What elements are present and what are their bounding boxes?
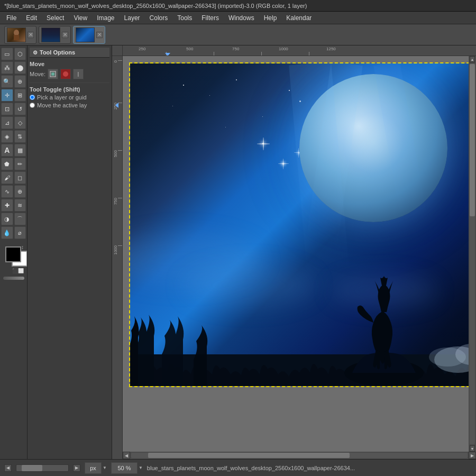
- ruler-h-label-1250: 1250: [326, 47, 336, 51]
- menu-image[interactable]: Image: [93, 13, 118, 23]
- tool-toggle-label: Tool Toggle (Shift): [30, 86, 109, 93]
- menu-layer[interactable]: Layer: [120, 13, 144, 23]
- perspective-tool[interactable]: ◈: [1, 130, 13, 143]
- ruler-v-label-1000: 1000: [113, 245, 118, 255]
- scroll-left-btn[interactable]: ◀: [123, 452, 130, 459]
- menu-file[interactable]: File: [2, 13, 21, 23]
- menu-select[interactable]: Select: [42, 13, 68, 23]
- zoom-text: 50 %: [117, 465, 131, 471]
- ruler-corner: [112, 45, 123, 56]
- menu-windows[interactable]: Windows: [224, 13, 259, 23]
- ruler-vertical: 0 250 500 750 1000: [112, 56, 123, 459]
- crop-tool[interactable]: ⊡: [1, 103, 13, 115]
- star-cross-1: [257, 138, 270, 150]
- pencil-tool[interactable]: ✏: [14, 158, 26, 170]
- menu-tools[interactable]: Tools: [173, 13, 196, 23]
- scale-tool[interactable]: ⊿: [1, 116, 13, 129]
- svg-point-5: [63, 71, 68, 77]
- svg-point-9: [429, 347, 466, 367]
- star-cross-2: [278, 159, 289, 169]
- eraser-tool[interactable]: ◻: [14, 171, 26, 184]
- tool-options-title: Tool Options: [40, 49, 75, 56]
- zoom-value[interactable]: 50 %: [111, 462, 138, 474]
- clone-tool[interactable]: ⊕: [14, 185, 26, 198]
- color-select-tool[interactable]: ⬤: [14, 61, 26, 74]
- canvas-inner[interactable]: ◀ ▶ ▲ ▼: [123, 56, 476, 459]
- v-scroll-track[interactable]: [470, 63, 475, 444]
- flip-tool[interactable]: ⇅: [14, 130, 26, 143]
- warp-tool[interactable]: ⌀: [14, 226, 26, 239]
- v-scrollbar[interactable]: ▲ ▼: [469, 56, 476, 452]
- ruler-h-label-750: 750: [232, 47, 239, 51]
- menu-help[interactable]: Help: [260, 13, 281, 23]
- image-tab-3[interactable]: ✕: [73, 26, 105, 44]
- ruler-horizontal: 250 500 750 1000 1250: [123, 45, 476, 56]
- menu-filters[interactable]: Filters: [197, 13, 223, 23]
- move-channel-btn[interactable]: [60, 69, 71, 79]
- path-tool[interactable]: ⌒: [14, 213, 26, 225]
- unit-dropdown-arrow[interactable]: ▼: [103, 465, 107, 470]
- bucket-tool[interactable]: ⬟: [1, 158, 13, 170]
- foreground-color-swatch[interactable]: [5, 246, 21, 262]
- shear-tool[interactable]: ◇: [14, 116, 26, 129]
- h-scroll-far-left[interactable]: ◀: [4, 464, 12, 472]
- artwork-background: [130, 63, 476, 386]
- scroll-right-btn[interactable]: ▶: [469, 452, 476, 459]
- heal-tool[interactable]: ✚: [1, 199, 13, 212]
- title-bar: *[blue_stars_planets_moon_wolf_wolves_de…: [0, 0, 476, 12]
- text-tool[interactable]: A: [1, 144, 13, 157]
- title-text: *[blue_stars_planets_moon_wolf_wolves_de…: [4, 3, 307, 9]
- zoom-control[interactable]: px ▼: [85, 462, 107, 474]
- smudge-tool[interactable]: ≋: [14, 199, 26, 212]
- zoom-dropdown-arrow[interactable]: ▼: [139, 465, 143, 470]
- pick-layer-radio[interactable]: Pick a layer or guid: [30, 94, 109, 100]
- scroll-up-btn[interactable]: ▲: [470, 56, 475, 62]
- menu-kalendar[interactable]: Kalendar: [282, 13, 316, 23]
- rotate-tool[interactable]: ↺: [14, 103, 26, 115]
- tab-close-1[interactable]: ✕: [28, 32, 34, 38]
- move-tool active[interactable]: ✛: [1, 89, 13, 102]
- h-scroll-track[interactable]: [131, 453, 468, 458]
- toolbox: ▭ ⬡ ⁂ ⬤ 🔍 ⊕ ✛ ⊞ ⊡ ↺ ⊿ ◇ ◈ ⇅ A ▦: [0, 45, 28, 459]
- fuzzy-select-tool[interactable]: ⁂: [1, 61, 13, 74]
- menu-colors[interactable]: Colors: [145, 13, 172, 23]
- tab-close-2[interactable]: ✕: [62, 32, 68, 38]
- pick-layer-label: Pick a layer or guid: [37, 94, 87, 100]
- menu-view[interactable]: View: [69, 13, 91, 23]
- paintbrush-tool[interactable]: 🖌: [1, 171, 13, 184]
- image-tab-2[interactable]: ✕: [39, 26, 71, 44]
- canvas-container: 250 500 750 1000 1250 0 250 500: [112, 45, 476, 459]
- rect-select-tool[interactable]: ▭: [1, 48, 13, 60]
- scroll-down-btn[interactable]: ▼: [470, 445, 475, 452]
- tool-options-header: ⚙ Tool Options: [30, 48, 109, 58]
- airbrush-tool[interactable]: ∿: [1, 185, 13, 198]
- tab-close-3[interactable]: ✕: [96, 32, 103, 38]
- h-scroll-thumb[interactable]: [148, 453, 350, 458]
- reset-colors-icon[interactable]: ⬛⬜: [12, 268, 24, 273]
- color-picker-tool[interactable]: 💧: [1, 226, 13, 239]
- zoom-tool[interactable]: 🔍: [1, 75, 13, 88]
- h-scrollbar[interactable]: ◀ ▶: [123, 452, 476, 459]
- image-tab-1[interactable]: ✕: [4, 26, 36, 44]
- ruler-h-label-250: 250: [139, 47, 145, 51]
- align-tool[interactable]: ⊞: [14, 89, 26, 102]
- free-select-tool[interactable]: ⬡: [14, 48, 26, 60]
- menu-bar: File Edit Select View Image Layer Colors…: [0, 12, 476, 24]
- move-layer-btn[interactable]: [48, 69, 58, 79]
- measure-tool[interactable]: ⊕: [14, 75, 26, 88]
- brush-size-indicator: [3, 277, 24, 280]
- move-guide-btn[interactable]: |: [73, 69, 84, 79]
- v-scroll-thumb[interactable]: [470, 64, 475, 216]
- swap-colors-icon[interactable]: ↕: [21, 244, 24, 250]
- move-active-radio[interactable]: Move the active lay: [30, 102, 109, 108]
- menu-edit[interactable]: Edit: [22, 13, 41, 23]
- main-area: ▭ ⬡ ⁂ ⬤ 🔍 ⊕ ✛ ⊞ ⊡ ↺ ⊿ ◇ ◈ ⇅ A ▦: [0, 45, 476, 459]
- ruler-v-label-500: 500: [113, 150, 118, 157]
- dodge-tool[interactable]: ◑: [1, 213, 13, 225]
- move-active-label: Move the active lay: [37, 102, 87, 108]
- h-scroll-bar-bottom[interactable]: [16, 464, 69, 472]
- h-scroll-far-right[interactable]: ▶: [73, 464, 80, 472]
- zoom-level-control[interactable]: 50 % ▼: [111, 462, 143, 474]
- unit-selector[interactable]: px: [85, 462, 102, 474]
- blend-tool[interactable]: ▦: [14, 144, 26, 157]
